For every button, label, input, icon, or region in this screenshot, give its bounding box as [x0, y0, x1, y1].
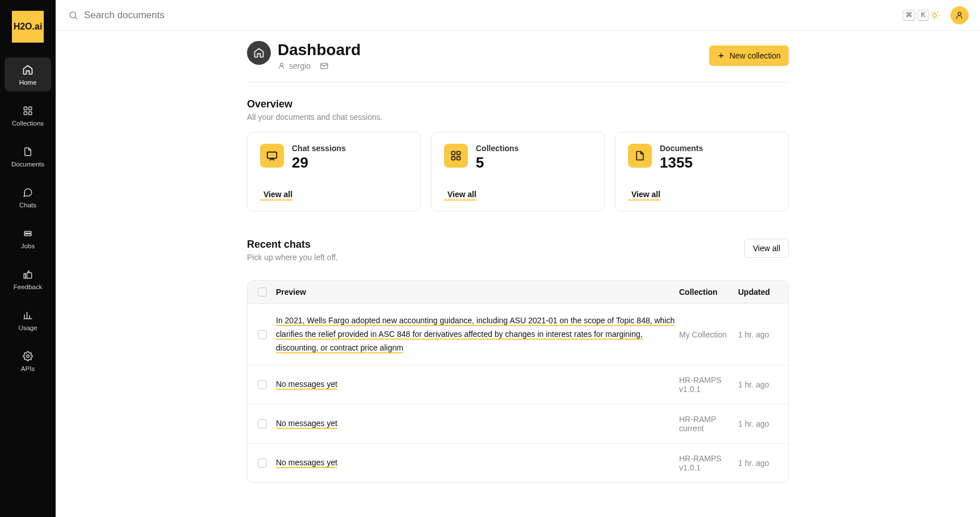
svg-point-9 [958, 12, 961, 15]
page-home-icon [247, 41, 271, 65]
new-collection-button[interactable]: New collection [709, 45, 789, 66]
card-value: 1355 [660, 154, 703, 172]
search-wrap: ⌘ K [68, 10, 929, 21]
col-updated-header: Updated [738, 287, 778, 297]
recent-header: Recent chats Pick up where you left off.… [247, 239, 789, 272]
svg-rect-2 [24, 112, 27, 115]
svg-rect-4 [24, 231, 31, 233]
nav-collections[interactable]: Collections [5, 98, 51, 132]
recent-chats-table: Preview Collection Updated In 2021, Well… [247, 280, 789, 483]
card-label: Collections [476, 144, 518, 153]
row-collection: HR-RAMPS v1.0.1 [679, 454, 738, 472]
mail-icon[interactable] [320, 61, 329, 70]
content: Dashboard sergio [56, 31, 980, 506]
table-row: No messages yet HR-RAMP current 1 hr. ag… [248, 405, 788, 444]
row-updated: 1 hr. ago [738, 458, 778, 468]
card-value: 5 [476, 154, 518, 172]
select-all-checkbox[interactable] [258, 287, 267, 297]
row-collection: HR-RAMPS v1.0.1 [679, 376, 738, 394]
chat-sessions-icon [260, 144, 284, 168]
username-text: sergio [289, 61, 311, 70]
table-row: No messages yet HR-RAMPS v1.0.1 1 hr. ag… [248, 365, 788, 405]
view-all-documents-link[interactable]: View all [628, 190, 660, 201]
card-documents: Documents 1355 View all [615, 132, 789, 211]
card-label: Documents [660, 144, 703, 153]
svg-point-6 [27, 355, 30, 358]
chat-preview-link[interactable]: No messages yet [276, 458, 337, 468]
documents-icon [628, 144, 652, 168]
nav-chats[interactable]: Chats [5, 180, 51, 214]
page-header: Dashboard sergio [247, 41, 789, 82]
thumbs-up-icon [22, 269, 33, 280]
chat-icon [22, 187, 33, 198]
nav-home[interactable]: Home [5, 57, 51, 91]
search-icon [68, 10, 78, 20]
nav-apis[interactable]: APIs [5, 344, 51, 378]
user-avatar[interactable] [950, 6, 969, 24]
svg-point-7 [70, 12, 76, 18]
overview-cards: Chat sessions 29 View all Collections 5 [247, 132, 789, 211]
nav-feedback[interactable]: Feedback [5, 262, 51, 296]
card-collections: Collections 5 View all [431, 132, 605, 211]
card-label: Chat sessions [292, 144, 346, 153]
row-collection: My Collection [679, 330, 738, 339]
view-all-chats-link[interactable]: View all [260, 190, 292, 201]
col-collection-header: Collection [679, 287, 738, 297]
sidebar: H2O.ai Home Collections Documents Chats … [0, 0, 56, 517]
nav-label: Usage [18, 324, 37, 331]
nav-label: Feedback [14, 283, 43, 290]
view-all-collections-link[interactable]: View all [444, 190, 476, 201]
svg-rect-1 [29, 107, 32, 110]
theme-toggle-icon[interactable] [929, 10, 940, 21]
row-updated: 1 hr. ago [738, 330, 778, 339]
nav-label: Chats [19, 202, 36, 209]
svg-rect-15 [452, 157, 455, 160]
nav-jobs[interactable]: Jobs [5, 221, 51, 255]
row-checkbox[interactable] [258, 380, 267, 389]
svg-rect-0 [24, 107, 27, 110]
svg-rect-13 [452, 152, 455, 155]
main-area: ⌘ K Dashboard [56, 0, 980, 517]
row-updated: 1 hr. ago [738, 380, 778, 389]
row-collection: HR-RAMP current [679, 415, 738, 433]
topbar: ⌘ K [56, 0, 980, 31]
document-icon [22, 146, 33, 157]
card-chat-sessions: Chat sessions 29 View all [247, 132, 421, 211]
svg-rect-5 [24, 234, 31, 236]
svg-point-10 [280, 63, 283, 66]
home-icon [22, 64, 33, 76]
recent-view-all-button[interactable]: View all [744, 239, 789, 258]
jobs-icon [22, 228, 33, 239]
page-title: Dashboard [278, 41, 361, 59]
chart-icon [22, 310, 33, 321]
recent-heading: Recent chats [247, 239, 338, 251]
row-checkbox[interactable] [258, 458, 267, 468]
chat-preview-link[interactable]: No messages yet [276, 419, 337, 429]
recent-subheading: Pick up where you left off. [247, 253, 338, 262]
nav-documents[interactable]: Documents [5, 139, 51, 173]
row-updated: 1 hr. ago [738, 419, 778, 428]
search-input[interactable] [84, 10, 899, 21]
card-value: 29 [292, 154, 346, 172]
overview-heading: Overview [247, 98, 789, 110]
chat-preview-link[interactable]: In 2021, Wells Fargo adopted new account… [276, 316, 675, 353]
row-checkbox[interactable] [258, 419, 267, 428]
new-collection-label: New collection [730, 51, 781, 60]
svg-rect-14 [457, 152, 460, 155]
chat-preview-link[interactable]: No messages yet [276, 380, 337, 390]
gear-icon [22, 351, 33, 362]
plus-icon [717, 52, 725, 60]
kbd-k: K [918, 10, 929, 21]
top-actions [929, 6, 969, 24]
row-checkbox[interactable] [258, 330, 267, 339]
nav-label: Documents [11, 161, 44, 168]
brand-logo[interactable]: H2O.ai [12, 11, 44, 43]
svg-point-8 [933, 13, 937, 17]
nav-label: APIs [21, 365, 35, 372]
col-preview-header: Preview [276, 287, 679, 297]
page-meta: sergio [278, 61, 361, 70]
svg-rect-3 [29, 112, 32, 115]
nav-usage[interactable]: Usage [5, 303, 51, 337]
nav-label: Jobs [21, 243, 35, 249]
overview-subheading: All your documents and chat sessions. [247, 112, 789, 122]
